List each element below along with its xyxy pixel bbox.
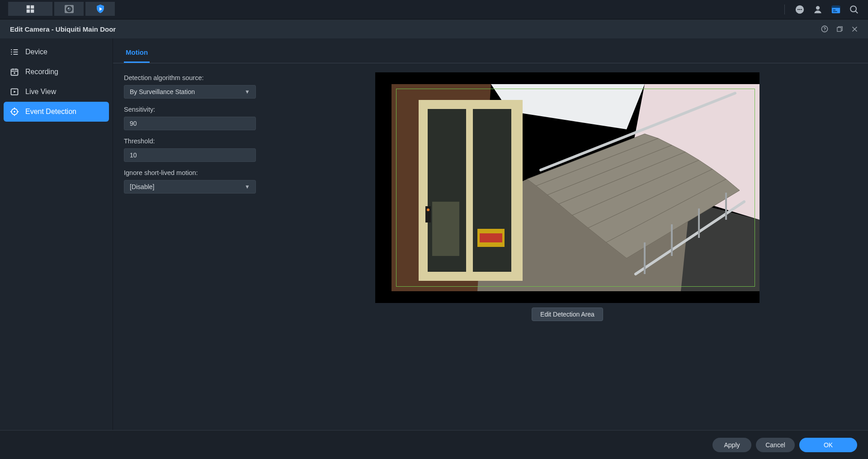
apply-button[interactable]: Apply (712, 438, 751, 452)
sidebar-item-label: Event Detection (25, 108, 76, 116)
chevron-down-icon: ▼ (245, 184, 250, 190)
svg-point-6 (67, 7, 71, 10)
label-ignore-short: Ignore short-lived motion: (124, 169, 259, 176)
camera-scene-icon (392, 84, 760, 291)
window-titlebar: Edit Camera - Ubiquiti Main Door (0, 19, 868, 38)
svg-rect-49 (473, 109, 511, 272)
cancel-button[interactable]: Cancel (756, 438, 795, 452)
sidebar-item-device[interactable]: Device (4, 42, 109, 62)
settings-column: Detection algorithm source: By Surveilla… (124, 72, 259, 425)
svg-rect-15 (833, 9, 836, 10)
calendar-icon (10, 67, 19, 76)
camera-lens-icon (64, 4, 75, 14)
svg-rect-14 (832, 6, 840, 8)
select-value: [Disable] (130, 183, 154, 190)
sidebar-item-recording[interactable]: Recording (4, 62, 109, 82)
user-icon[interactable] (812, 4, 824, 15)
dialog-footer: Apply Cancel OK (0, 430, 868, 459)
svg-point-24 (11, 49, 12, 50)
svg-point-12 (816, 6, 820, 9)
edit-detection-area-button[interactable]: Edit Detection Area (532, 308, 603, 321)
taskbar-player-app[interactable] (85, 2, 115, 16)
label-sensitivity: Sensitivity: (124, 106, 259, 113)
svg-rect-16 (833, 11, 837, 12)
select-ignore-short[interactable]: [Disable] ▼ (124, 180, 256, 194)
dashboard-icon[interactable] (830, 4, 842, 15)
input-sensitivity-wrapper (124, 117, 256, 130)
sidebar-item-event-detection[interactable]: Event Detection (4, 102, 109, 122)
svg-rect-2 (27, 9, 30, 12)
select-detection-source[interactable]: By Surveillance Station ▼ (124, 85, 256, 99)
svg-rect-50 (432, 202, 459, 256)
play-box-icon (10, 87, 19, 96)
system-taskbar (0, 0, 868, 19)
taskbar-left (0, 0, 116, 19)
main-panel: Motion Detection algorithm source: By Su… (113, 38, 868, 430)
camera-preview-frame (392, 84, 760, 291)
label-detection-source: Detection algorithm source: (124, 74, 259, 81)
input-threshold[interactable] (130, 151, 250, 159)
svg-rect-21 (837, 27, 841, 31)
svg-point-20 (824, 30, 825, 31)
taskbar-separator (784, 5, 785, 14)
svg-point-25 (11, 52, 12, 52)
svg-rect-3 (31, 9, 34, 12)
form-area: Detection algorithm source: By Surveilla… (113, 63, 868, 430)
svg-point-17 (850, 6, 856, 12)
messages-icon[interactable] (794, 4, 806, 15)
tab-motion[interactable]: Motion (124, 45, 150, 63)
svg-point-26 (11, 54, 12, 55)
svg-point-34 (14, 72, 15, 74)
taskbar-camera-app[interactable] (54, 2, 84, 16)
window-body: Device Recording Live View Event Detecti… (0, 38, 868, 459)
svg-point-7 (68, 7, 69, 9)
svg-point-9 (797, 9, 799, 10)
input-sensitivity[interactable] (130, 120, 250, 127)
sidebar-item-label: Device (25, 48, 47, 56)
taskbar-right (782, 0, 868, 19)
camera-preview (375, 72, 760, 303)
search-icon[interactable] (848, 4, 860, 15)
label-threshold: Threshold: (124, 137, 259, 145)
sidebar-item-label: Live View (25, 88, 56, 96)
input-threshold-wrapper (124, 148, 256, 162)
svg-point-10 (799, 9, 801, 10)
svg-line-18 (856, 11, 858, 14)
chevron-down-icon: ▼ (245, 89, 250, 95)
edit-area-row: Edit Detection Area (532, 308, 603, 321)
sidebar-item-live-view[interactable]: Live View (4, 82, 109, 102)
shield-play-icon (95, 4, 106, 14)
select-value: By Surveillance Station (130, 88, 195, 95)
window-title: Edit Camera - Ubiquiti Main Door (10, 25, 116, 33)
apps-grid-icon (25, 4, 35, 14)
tab-bar: Motion (113, 38, 868, 63)
preview-column: Edit Detection Area (278, 72, 857, 425)
content-row: Device Recording Live View Event Detecti… (0, 38, 868, 430)
target-icon (10, 107, 19, 116)
window-actions (821, 25, 858, 33)
ok-button[interactable]: OK (799, 438, 857, 452)
close-icon[interactable] (851, 26, 858, 33)
svg-point-54 (427, 208, 429, 211)
sidebar-item-label: Recording (25, 68, 58, 76)
taskbar-apps-button[interactable] (8, 2, 52, 16)
sidebar: Device Recording Live View Event Detecti… (0, 38, 113, 430)
maximize-icon[interactable] (836, 26, 843, 33)
svg-point-37 (14, 111, 15, 113)
svg-point-11 (801, 9, 802, 10)
list-icon (10, 47, 19, 57)
svg-rect-1 (31, 5, 34, 8)
svg-rect-0 (27, 5, 30, 8)
svg-rect-52 (480, 233, 502, 242)
help-icon[interactable] (821, 25, 828, 33)
